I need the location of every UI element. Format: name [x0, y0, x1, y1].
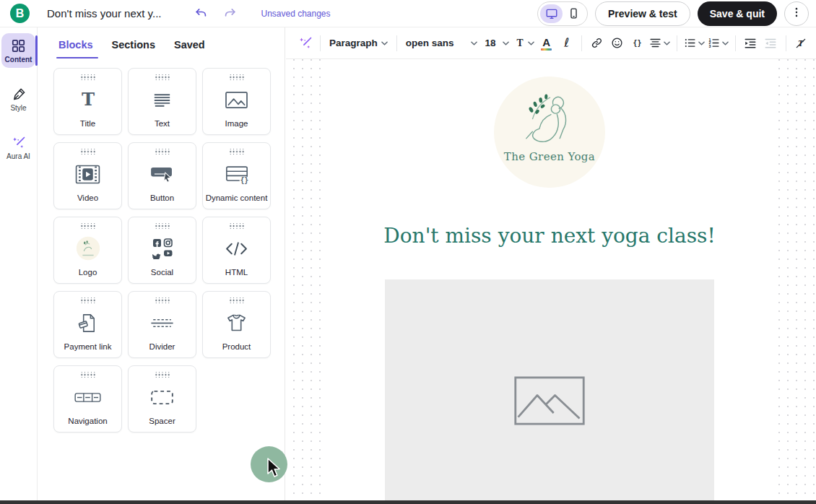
font-color-icon: A [541, 35, 552, 51]
block-card-logo[interactable]: Logo [53, 217, 122, 284]
block-card-social[interactable]: Social [128, 217, 196, 284]
insert-link-button[interactable] [588, 32, 606, 54]
tab-sections[interactable]: Sections [112, 39, 155, 58]
chevron-down-icon [503, 41, 509, 45]
logo-brand-text: The Green Yoga [504, 150, 595, 163]
personalization-button[interactable]: {} [628, 32, 646, 54]
toolbar-divider [786, 35, 786, 51]
block-card-navigation[interactable]: Navigation [53, 365, 122, 433]
text-style-button[interactable]: T [514, 32, 536, 54]
tab-saved[interactable]: Saved [174, 39, 205, 58]
block-card-dynamic-content[interactable]: {}Dynamic content [202, 142, 271, 209]
redo-icon [223, 6, 237, 20]
sidebar-item-aura-ai[interactable]: Aura AI [1, 131, 35, 165]
insert-emoji-button[interactable] [608, 32, 626, 54]
drag-handle-dots-icon [80, 297, 96, 303]
numbered-list-button[interactable]: 123 [707, 32, 729, 54]
block-card-payment-link[interactable]: Payment link [53, 291, 122, 358]
chevron-down-icon [381, 41, 388, 45]
button-block-icon [149, 155, 175, 194]
svg-text:3: 3 [709, 44, 711, 48]
preview-test-button[interactable]: Preview & test [595, 1, 690, 26]
chevron-down-icon [664, 41, 670, 45]
block-label: Dynamic content [206, 194, 268, 202]
ai-assistant-button[interactable] [296, 32, 314, 54]
braces-icon: {} [631, 37, 643, 49]
more-options-button[interactable] [784, 1, 809, 26]
email-heading[interactable]: Don't miss your next yoga class! [323, 224, 776, 248]
monitor-icon [545, 7, 558, 20]
sidebar-item-label: Style [10, 104, 26, 112]
drag-handle-dots-icon [155, 372, 170, 378]
phone-icon [568, 7, 580, 19]
block-card-title[interactable]: TTitle [53, 68, 122, 135]
drag-handle-dots-icon [155, 223, 170, 229]
block-card-button[interactable]: Button [128, 142, 196, 209]
desktop-preview-button[interactable] [540, 4, 563, 23]
save-quit-button[interactable]: Save & quit [698, 1, 777, 26]
blocks-panel: BlocksSectionsSaved TTitleTextImageVideo… [38, 27, 285, 504]
block-card-spacer[interactable]: Spacer [128, 365, 196, 433]
block-label: Spacer [149, 417, 175, 425]
editor-canvas: Paragraphopen sans18TAℓ{}123T [286, 27, 816, 504]
spacer-block-icon [150, 378, 174, 417]
block-card-product[interactable]: Product [202, 291, 271, 358]
bottom-strip [0, 500, 816, 504]
block-card-image[interactable]: Image [202, 68, 271, 135]
font-size-dropdown[interactable]: 18 [482, 32, 512, 54]
undo-button[interactable] [193, 6, 209, 22]
topbar-actions: Preview & test Save & quit [537, 1, 809, 26]
drag-handle-dots-icon [229, 149, 245, 155]
mouse-cursor [265, 457, 281, 482]
indent-decrease-button [762, 32, 780, 54]
email-document: The Green Yoga Don't miss your next yoga… [323, 59, 776, 504]
formatting-toolbar: Paragraphopen sans18TAℓ{}123T [286, 27, 816, 59]
toolbar-divider [581, 35, 582, 51]
block-label: Navigation [68, 417, 107, 425]
toolbar-divider [677, 35, 677, 51]
font-family-dropdown[interactable]: open sans [403, 32, 480, 54]
logo-block-icon [74, 229, 102, 268]
html-block-icon [225, 229, 248, 268]
text-block-icon [151, 80, 173, 119]
image-placeholder-block[interactable] [385, 279, 714, 504]
block-label: Logo [79, 268, 97, 277]
clear-formatting-button[interactable]: T [792, 32, 810, 54]
navigation-block-icon [74, 378, 102, 417]
font-color-button[interactable]: A [537, 32, 555, 54]
text-align-button[interactable] [648, 32, 671, 54]
chevron-down-icon [722, 41, 729, 45]
block-card-text[interactable]: Text [128, 68, 196, 135]
block-label: Text [155, 119, 170, 128]
block-card-video[interactable]: Video [53, 142, 122, 209]
indent-decrease-icon [764, 37, 777, 50]
title-block-icon: T [77, 80, 99, 119]
ordered-list-icon: 123 [708, 37, 720, 49]
product-block-icon [225, 303, 248, 342]
email-logo-block[interactable]: The Green Yoga [494, 77, 605, 188]
svg-text:T: T [81, 89, 94, 110]
highlight-button[interactable]: ℓ [557, 32, 576, 54]
bullet-list-icon [684, 37, 696, 49]
chevron-down-icon [698, 41, 705, 45]
svg-text:{}: {} [240, 176, 248, 184]
tab-blocks[interactable]: Blocks [58, 39, 93, 58]
block-card-html[interactable]: HTML [202, 217, 271, 284]
undo-icon [194, 6, 208, 20]
paragraph-style-dropdown[interactable]: Paragraph [326, 32, 391, 54]
redo-button[interactable] [222, 6, 238, 22]
bullet-list-button[interactable] [683, 32, 706, 54]
drag-handle-dots-icon [229, 74, 245, 80]
block-card-divider[interactable]: Divider [128, 291, 196, 358]
indent-increase-button[interactable] [742, 32, 760, 54]
block-label: Video [77, 194, 98, 202]
image-block-icon [225, 80, 248, 119]
blocks-grid: TTitleTextImageVideoButton{}Dynamic cont… [38, 58, 285, 433]
svg-text:{}: {} [633, 39, 642, 47]
sidebar-item-style[interactable]: Style [1, 82, 35, 116]
sidebar-item-content[interactable]: Content [1, 33, 35, 68]
block-label: Payment link [64, 342, 112, 351]
mobile-preview-button[interactable] [563, 4, 585, 23]
campaign-title[interactable]: Don't miss your next y... [47, 7, 161, 19]
paragraph-style-value: Paragraph [329, 38, 378, 48]
